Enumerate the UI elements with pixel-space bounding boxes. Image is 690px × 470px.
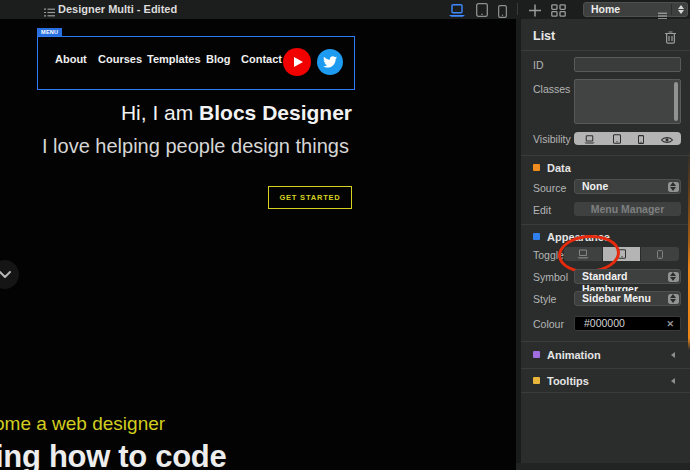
tooltips-collapse-icon[interactable] <box>671 378 675 384</box>
hero-heading-bold: Blocs Designer <box>199 101 352 124</box>
divider <box>521 224 690 225</box>
toolbar-separator <box>517 3 518 15</box>
design-canvas[interactable]: MENU About Courses Templates Blog Contac… <box>0 19 516 470</box>
source-label: Source <box>533 182 566 194</box>
tooltips-section-title: Tooltips <box>547 375 589 387</box>
divider <box>521 368 690 369</box>
footer-heading-partial[interactable]: ome a web designer <box>0 413 165 435</box>
scrollbar-thumb[interactable] <box>674 82 678 121</box>
app-window: Designer Multi - Edited Home <box>0 0 690 470</box>
page-stepper-icon[interactable] <box>678 5 684 14</box>
get-started-button[interactable]: GET STARTED <box>268 186 352 209</box>
data-section-icon <box>533 164 540 171</box>
titlebar: Designer Multi - Edited Home <box>0 0 690 19</box>
visibility-tablet-icon[interactable] <box>613 130 621 148</box>
visibility-label: Visibility <box>533 133 571 145</box>
footer-title-partial[interactable]: ing how to code <box>0 439 226 470</box>
divider <box>521 392 690 393</box>
hero-heading-light: Hi, I am <box>121 101 193 124</box>
divider <box>521 341 690 342</box>
visibility-mobile-icon[interactable] <box>638 130 644 148</box>
nav-link-blog[interactable]: Blog <box>206 53 230 65</box>
selection-tag: MENU <box>37 28 62 36</box>
id-label: ID <box>533 59 544 71</box>
source-select[interactable]: None <box>574 179 681 194</box>
hero-subheading[interactable]: I love helping people design things <box>42 135 349 158</box>
page-select[interactable]: Home <box>583 2 688 17</box>
visibility-segmented-control[interactable] <box>574 132 681 145</box>
divider <box>521 155 690 156</box>
style-select[interactable]: Sidebar Menu <box>574 291 681 306</box>
nav-link-courses[interactable]: Courses <box>98 53 142 65</box>
nav-link-templates[interactable]: Templates <box>147 53 201 65</box>
source-stepper-icon[interactable] <box>668 182 679 192</box>
menu-manager-button[interactable]: Menu Manager <box>574 202 681 216</box>
visibility-eye-icon[interactable] <box>661 130 673 148</box>
animation-section-title: Animation <box>547 349 601 361</box>
panel-bottom-edge <box>516 463 690 470</box>
classes-input[interactable] <box>574 79 681 124</box>
trash-icon[interactable] <box>664 30 677 48</box>
colour-label: Colour <box>533 318 564 330</box>
appearance-section-icon <box>533 233 540 240</box>
window-title: Designer Multi - Edited <box>58 0 177 19</box>
tooltips-section-icon <box>533 377 540 384</box>
colour-value: #000000 <box>584 317 625 330</box>
twitter-icon[interactable] <box>317 49 343 75</box>
style-label: Style <box>533 293 556 305</box>
nav-link-about[interactable]: About <box>55 53 87 65</box>
style-select-value: Sidebar Menu <box>582 292 651 305</box>
page-select-value: Home <box>591 3 620 16</box>
chevron-down-icon <box>0 271 11 278</box>
data-section-title: Data <box>547 162 571 174</box>
symbol-label: Symbol <box>533 271 568 283</box>
classes-label: Classes <box>533 83 570 95</box>
inspector-title: List <box>533 29 555 43</box>
clear-colour-icon[interactable]: ✕ <box>666 319 674 329</box>
toggle-mobile-icon[interactable] <box>641 247 679 261</box>
nav-link-contact[interactable]: Contact <box>241 53 282 65</box>
divider <box>521 50 690 51</box>
symbol-stepper-icon[interactable] <box>668 272 679 282</box>
style-stepper-icon[interactable] <box>668 294 679 304</box>
scroll-down-button[interactable] <box>0 260 19 289</box>
inspector-panel: List ID Classes Visibility Data Source N… <box>516 19 690 470</box>
symbol-select[interactable]: Standard Hamburger <box>574 269 681 284</box>
animation-section-icon <box>533 351 540 358</box>
youtube-icon[interactable] <box>283 48 311 76</box>
panel-edge <box>516 19 521 470</box>
animation-collapse-icon[interactable] <box>671 352 675 358</box>
hero-heading[interactable]: Hi, I am Blocs Designer <box>0 101 352 125</box>
source-select-value: None <box>582 180 608 193</box>
id-input[interactable] <box>574 57 681 72</box>
colour-input[interactable]: #000000 ✕ <box>574 316 681 331</box>
edit-label: Edit <box>533 204 551 216</box>
visibility-desktop-icon[interactable] <box>583 130 596 148</box>
dropdown-divider <box>671 4 672 15</box>
